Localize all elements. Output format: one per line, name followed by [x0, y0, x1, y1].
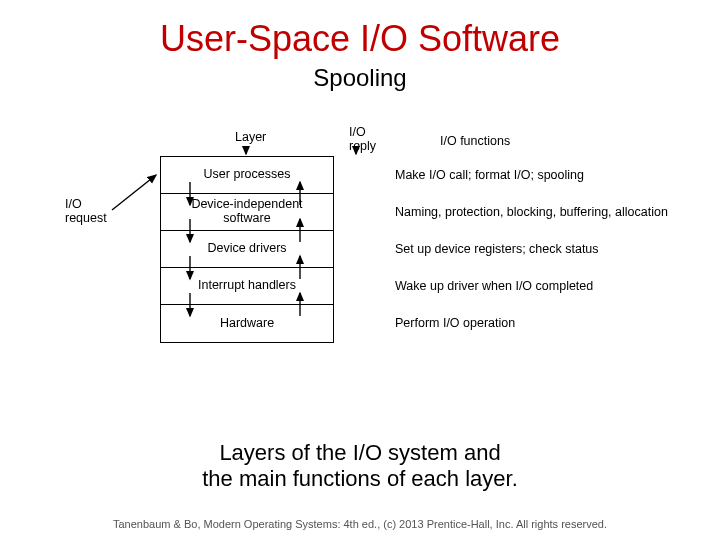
copyright-footer: Tanenbaum & Bo, Modern Operating Systems… [0, 518, 720, 530]
arrows [60, 130, 660, 390]
figure-caption: Layers of the I/O system and the main fu… [0, 440, 720, 493]
caption-line-1: Layers of the I/O system and [219, 440, 500, 465]
slide-subtitle: Spooling [0, 64, 720, 92]
slide: User-Space I/O Software Spooling Layer I… [0, 0, 720, 540]
svg-line-0 [112, 175, 156, 210]
caption-line-2: the main functions of each layer. [202, 466, 518, 491]
slide-title: User-Space I/O Software [0, 18, 720, 60]
io-layers-diagram: Layer I/Oreply I/O functions I/Orequest … [60, 130, 660, 380]
